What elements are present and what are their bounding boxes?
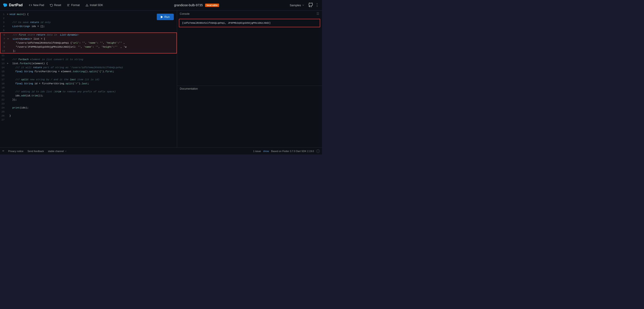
line-content: ids.add(id.trim());	[10, 94, 177, 98]
line-number: 19	[0, 86, 7, 90]
line-content: void main() {	[10, 12, 177, 16]
line-number: 12	[0, 58, 7, 62]
line-content: /// to save return id only	[10, 20, 177, 24]
editor-toolbar: Run	[157, 14, 174, 20]
app-footer: ⌨ Privacy notice Send feedback stable ch…	[0, 147, 322, 154]
code-line-19: 19	[0, 86, 177, 90]
line-number: 10	[0, 49, 8, 53]
code-line-21: 21 ids.add(id.trim());	[0, 94, 177, 98]
info-icon[interactable]: i	[316, 149, 320, 153]
line-number: 5	[0, 28, 7, 32]
editor-pane: Run 1▶void main() {2 3 /// to save retur…	[0, 10, 177, 147]
code-line-1: 1▶void main() {	[0, 12, 177, 16]
code-line-27: 27	[0, 118, 177, 122]
docs-section: Documentation	[177, 86, 322, 147]
code-line-23: 23	[0, 102, 177, 106]
line-number: 24	[0, 106, 7, 110]
logo-area: DartPad	[3, 3, 22, 8]
line-number: 2	[0, 16, 7, 20]
line-content: final String firstPartString = element.t…	[10, 70, 177, 74]
line-content: });	[10, 98, 177, 102]
reset-button[interactable]: Reset	[48, 2, 63, 8]
line-number: 8	[0, 41, 8, 45]
line-number: 13	[0, 62, 7, 66]
code-line-6: 6 /// first store return data in List<dy…	[0, 32, 177, 37]
local-edits-badge: local edits	[205, 4, 219, 7]
line-number: 1	[0, 12, 7, 16]
code-line-22: 22 });	[0, 98, 177, 102]
docs-header: Documentation	[177, 86, 322, 92]
line-number: 22	[0, 98, 7, 102]
line-number: 7	[0, 37, 8, 41]
samples-button[interactable]: Samples	[288, 2, 306, 8]
line-number: 17	[0, 78, 7, 82]
code-line-18: 18 final String id = firstPartString.spl…	[0, 82, 177, 86]
line-content: list.forEach((element) {	[10, 62, 177, 66]
line-number: 18	[0, 82, 7, 86]
code-line-15: 15 final String firstPartString = elemen…	[0, 70, 177, 74]
header-center: grandiose-bulb-9735 local edits	[107, 3, 287, 7]
docs-title: Documentation	[180, 87, 198, 90]
code-line-7: 7▶ List<dynamic> list = [	[0, 37, 177, 41]
format-icon	[67, 4, 70, 7]
line-content: "/users/1dfU7emalRX89z5zlfX0AQLqehq1 {'u…	[10, 41, 176, 45]
footer-right: 1 issue show Based on Flutter 3.7.0 Dart…	[253, 149, 320, 153]
line-content: ];	[10, 49, 176, 53]
code-line-5: 5	[0, 28, 177, 32]
code-editor[interactable]: 1▶void main() {2 3 /// to save return id…	[0, 10, 177, 147]
code-line-16: 16	[0, 74, 177, 78]
console-title: Console	[180, 12, 190, 16]
show-issues-link[interactable]: show	[263, 150, 269, 152]
run-button[interactable]: Run	[157, 14, 174, 20]
install-sdk-button[interactable]: Install SDK	[83, 2, 105, 8]
line-fold-indicator[interactable]: ▶	[7, 62, 10, 66]
console-content: [1dfU7emalRX89z5zlfX0AQLqehq1, JF6PMb2q9…	[177, 17, 322, 86]
code-line-14: 14 /// it will return part of string as …	[0, 66, 177, 70]
code-line-4: 4 List<String> ids = [];	[0, 24, 177, 28]
line-content: /// forEach element in list convert it t…	[10, 58, 177, 62]
line-number: 23	[0, 102, 7, 106]
code-line-17: 17 /// split new string by / and it the …	[0, 78, 177, 82]
line-fold-indicator[interactable]: ▶	[7, 12, 10, 16]
app-logo-text: DartPad	[9, 3, 22, 7]
code-line-3: 3 /// to save return id only	[0, 20, 177, 24]
dart-logo-icon	[3, 3, 8, 8]
app-header: DartPad New Pad Reset Format Install SDK…	[0, 0, 322, 10]
line-number: 21	[0, 94, 7, 98]
line-content: }	[10, 114, 177, 118]
feedback-link[interactable]: Send feedback	[26, 150, 46, 152]
line-number: 9	[0, 45, 8, 49]
line-content: /// first store return data in List<dyna…	[10, 33, 176, 37]
line-content: /// split new string by / and it the las…	[10, 78, 177, 82]
channel-chevron-icon	[64, 150, 67, 152]
more-options-icon[interactable]: ⋮	[315, 3, 319, 8]
github-icon[interactable]	[308, 3, 313, 8]
console-header: Console ☰	[177, 10, 322, 17]
main-content: Run 1▶void main() {2 3 /// to save retur…	[0, 10, 322, 147]
line-number: 14	[0, 66, 7, 70]
line-number: 25	[0, 110, 7, 114]
download-icon	[86, 4, 88, 7]
issue-count: 1 issue	[253, 150, 261, 152]
chevron-down-icon	[302, 4, 304, 6]
code-line-11: 11	[0, 54, 177, 58]
footer-left: ⌨ Privacy notice Send feedback stable ch…	[2, 149, 69, 153]
new-pad-button[interactable]: New Pad	[26, 2, 46, 8]
console-section: Console ☰ [1dfU7emalRX89z5zlfX0AQLqehq1,…	[177, 10, 322, 86]
format-button[interactable]: Format	[64, 2, 82, 8]
code-line-25: 25	[0, 110, 177, 114]
code-line-26: 26 }	[0, 114, 177, 118]
privacy-link[interactable]: Privacy notice	[6, 150, 25, 152]
line-number: 16	[0, 74, 7, 78]
header-right: Samples ⋮	[288, 2, 319, 8]
line-number: 11	[0, 54, 7, 58]
code-line-20: 20 /// adding id to ids list (trim to re…	[0, 90, 177, 94]
line-content: "/users/JF6PMb2q9Igsb56jgPRs1DGzJ0d2{url…	[10, 45, 176, 49]
line-fold-indicator[interactable]: ▶	[8, 37, 10, 41]
line-content: print(ids);	[10, 106, 177, 110]
line-content: /// adding id to ids list (trim to remov…	[10, 90, 177, 94]
expand-icon[interactable]: ☰	[316, 12, 319, 16]
channel-selector[interactable]: stable channel	[46, 150, 69, 152]
code-line-13: 13▶ list.forEach((element) {	[0, 62, 177, 66]
code-line-2: 2	[0, 16, 177, 20]
